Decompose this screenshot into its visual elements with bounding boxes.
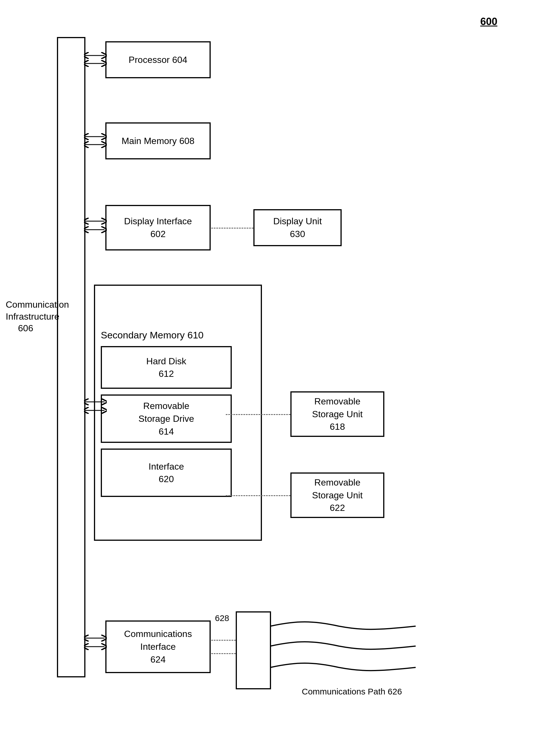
- removable-unit-622-box: RemovableStorage Unit622: [290, 472, 384, 518]
- comm-infra-label: CommunicationInfrastructure606: [6, 299, 45, 334]
- display-interface-label: Display Interface602: [124, 215, 192, 241]
- svg-text:Communications Path 626: Communications Path 626: [302, 687, 402, 696]
- removable-unit-622-label: RemovableStorage Unit622: [312, 476, 363, 514]
- drive-618-dashed: [226, 414, 290, 415]
- svg-rect-10: [236, 612, 270, 689]
- removable-drive-label: RemovableStorage Drive614: [138, 400, 194, 438]
- main-memory-box: Main Memory 608: [105, 122, 211, 159]
- processor-label: Processor 604: [129, 53, 187, 66]
- display-interface-box: Display Interface602: [105, 205, 211, 251]
- comms-interface-box: CommunicationsInterface624: [105, 621, 211, 673]
- secondary-memory-box: Secondary Memory 610 Hard Disk612 Remova…: [94, 285, 262, 541]
- removable-unit-618-label: RemovableStorage Unit618: [312, 395, 363, 433]
- processor-arrow: [84, 50, 107, 70]
- label-628: 628: [215, 613, 229, 623]
- main-memory-arrow: [84, 131, 107, 151]
- interface-622-dashed: [226, 495, 290, 496]
- comms-interface-arrow: [84, 632, 107, 658]
- display-unit-label: Display Unit630: [273, 215, 322, 241]
- diagram-container: 600 CommunicationInfrastructure606 Proce…: [0, 0, 560, 738]
- secondary-memory-arrow: [84, 396, 107, 421]
- secondary-memory-label: Secondary Memory 610: [101, 328, 204, 342]
- ref-number: 600: [480, 16, 497, 28]
- hard-disk-label: Hard Disk612: [146, 355, 186, 381]
- interface-620-box: Interface620: [101, 448, 232, 497]
- display-dashed-line: [211, 228, 253, 229]
- display-interface-arrow: [84, 215, 107, 241]
- comms-interface-label: CommunicationsInterface624: [124, 628, 192, 666]
- display-unit-box: Display Unit630: [253, 209, 342, 246]
- hard-disk-box: Hard Disk612: [101, 346, 232, 389]
- interface-620-label: Interface620: [149, 460, 184, 486]
- removable-drive-box: RemovableStorage Drive614: [101, 394, 232, 443]
- comms-path-svg: Communications Path 626: [234, 603, 418, 697]
- removable-unit-618-box: RemovableStorage Unit618: [290, 391, 384, 437]
- main-memory-label: Main Memory 608: [121, 135, 195, 147]
- processor-box: Processor 604: [105, 41, 211, 78]
- comm-infra-bar: [57, 37, 85, 677]
